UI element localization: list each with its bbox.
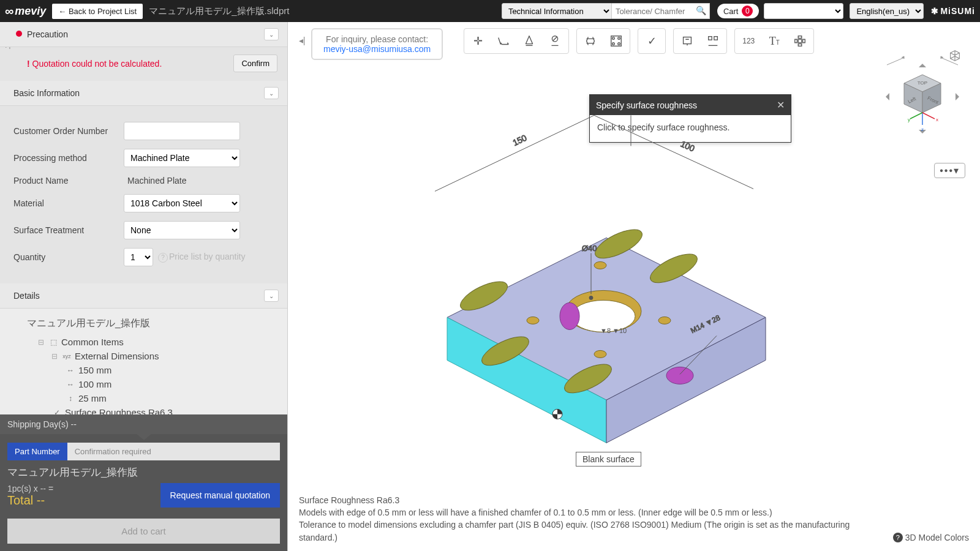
toolbar: ✛ ✓ 123 TT xyxy=(464,28,814,54)
svg-text:▼8 ▼10: ▼8 ▼10 xyxy=(600,327,627,334)
inquiry-email[interactable]: meviy-usa@misumiusa.com xyxy=(323,44,431,54)
chevron-down-icon[interactable]: ⌄ xyxy=(264,28,279,40)
details-header[interactable]: Details ⌄ xyxy=(0,283,287,309)
basic-info-header[interactable]: Basic Information ⌄ xyxy=(0,81,287,106)
origin-icon[interactable]: ✛ xyxy=(469,32,486,50)
part-name: マニュアル用モデル_操作版 xyxy=(7,460,280,481)
svg-point-49 xyxy=(594,350,606,358)
pieces-line: 1pc(s) x -- = xyxy=(7,484,53,493)
views-icon[interactable] xyxy=(791,32,809,50)
tree-surface-roughness[interactable]: ✓Surface Roughness Ra6.3 xyxy=(51,405,277,414)
back-to-projects-button[interactable]: Back to Project List xyxy=(52,4,143,19)
svg-point-4 xyxy=(618,43,620,45)
customer-order-input[interactable] xyxy=(124,122,240,140)
svg-rect-12 xyxy=(799,36,802,39)
chevron-down-icon[interactable]: ⌄ xyxy=(264,87,279,99)
language-select[interactable]: English(en_us) xyxy=(850,3,924,19)
confirm-button[interactable]: Confirm xyxy=(233,54,277,72)
material-label: Material xyxy=(13,198,124,208)
svg-rect-6 xyxy=(684,37,692,44)
processing-select[interactable]: Machined Plate xyxy=(124,149,240,167)
tab-part-number[interactable]: Part Number xyxy=(7,443,67,460)
hole-detect-icon[interactable] xyxy=(582,32,599,50)
inquiry-card: For inquiry, please contact: meviy-usa@m… xyxy=(311,28,443,60)
viewer-panel: ◂| For inquiry, please contact: meviy-us… xyxy=(288,22,980,551)
svg-point-40 xyxy=(560,302,579,329)
svg-rect-10 xyxy=(795,39,797,43)
quantity-label: Quantity xyxy=(13,252,124,262)
svg-rect-8 xyxy=(714,37,718,40)
footer: Surface Roughness Ra6.3 Models with edge… xyxy=(288,489,980,551)
search-input[interactable] xyxy=(612,3,710,19)
misumi-logo: MiSUMi xyxy=(931,6,975,16)
tree-external-dims[interactable]: ⊟xyzExternal Dimensions xyxy=(51,349,277,363)
svg-text:100: 100 xyxy=(679,139,696,154)
top-bar: meviy Back to Project List マニュアル用モデル_操作版… xyxy=(0,0,980,22)
z-dim-icon: ↕ xyxy=(65,394,76,403)
svg-point-3 xyxy=(612,43,615,45)
svg-text:Ø40: Ø40 xyxy=(582,244,597,253)
tree-dim-z[interactable]: ↕25 mm xyxy=(65,391,277,405)
tree-dim-y[interactable]: ↔100 mm xyxy=(65,377,277,391)
cube-icon: ⬚ xyxy=(48,338,59,347)
request-quotation-button[interactable]: Request manual quotation xyxy=(160,483,280,508)
roughness-icon: ✓ xyxy=(51,408,62,415)
quotation-alert: Quotation could not be calculated. xyxy=(27,59,162,69)
processing-label: Processing method xyxy=(13,153,124,163)
text-icon[interactable]: TT xyxy=(766,32,783,50)
pricelist-link[interactable]: Price list by quantity xyxy=(158,252,246,263)
svg-point-1 xyxy=(612,37,615,40)
svg-rect-9 xyxy=(799,39,802,43)
3d-viewer[interactable]: 150 100 xyxy=(288,60,980,489)
meviy-logo: meviy xyxy=(5,4,46,18)
diameter-dim-icon[interactable] xyxy=(546,32,564,50)
surface-label: Surface Treatment xyxy=(13,225,124,235)
svg-rect-7 xyxy=(709,37,712,40)
svg-rect-13 xyxy=(799,44,802,47)
precaution-header[interactable]: Precaution ⌄ xyxy=(0,22,287,47)
right-collapse-handle[interactable]: ◂| xyxy=(296,34,307,47)
material-select[interactable]: 1018 Carbon Steel xyxy=(124,194,240,212)
add-to-cart-button[interactable]: Add to cart xyxy=(7,519,280,544)
cart-count-badge: 0 xyxy=(742,6,753,17)
linear-dim-icon[interactable] xyxy=(495,32,512,50)
grid-icon[interactable]: 123 xyxy=(740,32,757,50)
svg-point-53 xyxy=(589,296,593,299)
pattern-icon[interactable] xyxy=(608,32,625,50)
tech-info-select[interactable]: Technical Information xyxy=(502,3,612,19)
search-box: 🔍 xyxy=(612,3,710,19)
svg-point-48 xyxy=(594,261,606,269)
svg-line-31 xyxy=(594,115,753,189)
tab-confirmation[interactable]: Confirmation required xyxy=(67,443,280,460)
quantity-select[interactable]: 1 xyxy=(124,248,153,266)
x-dim-icon: ↔ xyxy=(65,366,76,375)
file-name: マニュアル用モデル_操作版.sldprt xyxy=(149,6,289,17)
product-name-value: Machined Plate xyxy=(124,176,187,186)
angle-dim-icon[interactable] xyxy=(521,32,538,50)
3d-model-colors-link[interactable]: 3D Model Colors xyxy=(893,531,969,544)
annotation-icon[interactable] xyxy=(679,32,696,50)
search-icon[interactable]: 🔍 xyxy=(696,6,706,15)
tree-root: マニュアル用モデル_操作版 xyxy=(27,317,277,330)
shipping-days: Shipping Day(s) -- xyxy=(0,414,287,434)
svg-point-50 xyxy=(666,367,693,384)
svg-point-47 xyxy=(658,317,671,324)
bottom-panel: Shipping Day(s) -- Part Number Confirmat… xyxy=(0,414,287,551)
tree-dim-x[interactable]: ↔150 mm xyxy=(65,363,277,377)
product-name-label: Product Name xyxy=(13,176,124,186)
empty-select[interactable] xyxy=(764,3,843,19)
total-price: Total -- xyxy=(7,493,53,508)
svg-line-30 xyxy=(435,115,594,191)
svg-text:150: 150 xyxy=(511,133,529,148)
left-panel: ▸| Precaution ⌄ Quotation could not be c… xyxy=(0,22,288,551)
alert-dot-icon xyxy=(16,31,22,37)
customer-order-label: Customer Order Number xyxy=(13,126,124,136)
surface-roughness-icon[interactable]: ✓ xyxy=(643,32,660,50)
svg-point-2 xyxy=(618,37,620,40)
tree-common-items[interactable]: ⊟⬚Common Items xyxy=(38,335,277,349)
cart-button[interactable]: Cart 0 xyxy=(717,4,760,18)
projection-icon[interactable] xyxy=(704,32,722,50)
surface-select[interactable]: None xyxy=(124,221,240,239)
chevron-down-icon[interactable]: ⌄ xyxy=(264,290,279,302)
xyz-icon: xyz xyxy=(61,353,72,359)
